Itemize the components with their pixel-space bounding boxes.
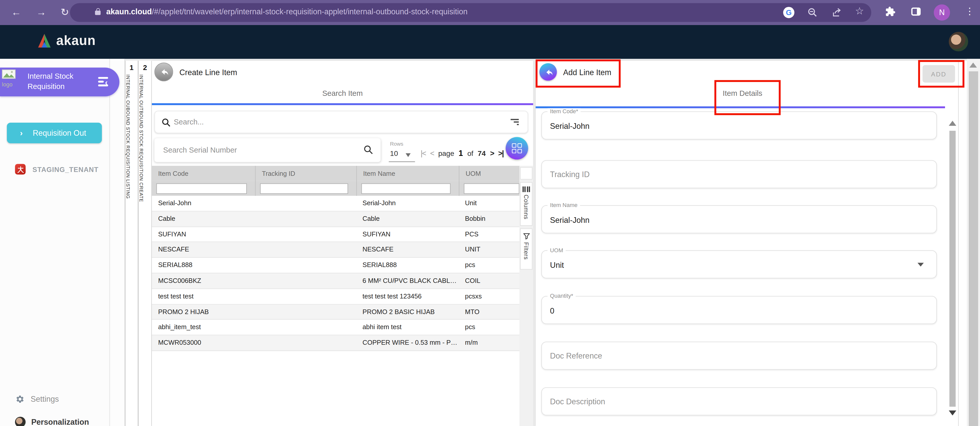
table-row[interactable]: test test testtest test test 123456pcsxs: [152, 289, 521, 305]
field-item-code[interactable]: Item Code* Serial-John: [541, 112, 937, 140]
column-filter-input[interactable]: [459, 181, 520, 196]
address-bar[interactable]: akaun.cloud/#/applet/tnt/wavelet/erp/int…: [70, 3, 871, 22]
column-filter-input[interactable]: [356, 181, 459, 196]
broken-image-icon: logo: [2, 70, 23, 88]
side-panel-icon[interactable]: [911, 7, 921, 16]
sidebar-item-personalization[interactable]: Personalization: [15, 417, 89, 426]
serial-placeholder: Search Serial Number: [163, 146, 237, 154]
chevron-right-icon: ›: [20, 128, 23, 138]
column-filter-input[interactable]: [152, 181, 255, 196]
table-row[interactable]: PROMO 2 HIJABPROMO 2 BASIC HIJABMTO: [152, 304, 521, 320]
item-table: Item Code Tracking ID Item Name UOM Seri…: [152, 166, 521, 351]
dropdown-caret-icon[interactable]: [406, 153, 411, 157]
serial-number-input[interactable]: Search Serial Number: [154, 138, 380, 162]
filters-label: Filters: [523, 242, 530, 260]
bookmark-star-icon[interactable]: ☆: [855, 5, 864, 17]
of-label: of: [468, 150, 473, 157]
akaun-logo-text: akaun: [56, 33, 96, 48]
form-scrollbar-thumb[interactable]: [949, 131, 956, 407]
field-tracking-id[interactable]: Tracking ID: [541, 160, 937, 188]
funnel-icon: [523, 233, 530, 240]
field-quantity[interactable]: Quantity* 0: [541, 296, 937, 324]
field-doc-description[interactable]: Doc Description: [541, 388, 937, 415]
tab-search-item[interactable]: Search Item: [152, 89, 533, 97]
search-input[interactable]: Search...: [154, 111, 528, 133]
url-text[interactable]: akaun.cloud/#/applet/tnt/wavelet/erp/int…: [106, 7, 468, 16]
last-page-button[interactable]: >|: [498, 149, 504, 158]
user-avatar[interactable]: [949, 32, 968, 51]
personalization-label: Personalization: [31, 418, 89, 426]
workspace-tab-1[interactable]: 1 INTERNAL OUBOUND STOCK REQUISITION LIS…: [125, 61, 138, 426]
table-row[interactable]: CableCableBobbin: [152, 211, 521, 227]
logo-placeholder-label: logo: [2, 82, 23, 88]
select-underline: [389, 161, 415, 162]
field-placeholder: Doc Description: [550, 397, 605, 406]
column-header[interactable]: Tracking ID: [255, 166, 356, 181]
next-page-button[interactable]: >: [490, 149, 494, 158]
table-row[interactable]: SUFIYANSUFIYANPCS: [152, 227, 521, 243]
table-row[interactable]: abhi_item_testabhi item testpcs: [152, 320, 521, 335]
table-row[interactable]: SERIAL888SERIAL888pcs: [152, 258, 521, 273]
column-filter-input[interactable]: [255, 181, 356, 196]
extensions-puzzle-icon[interactable]: [885, 6, 896, 17]
page-scrollbar-thumb[interactable]: [969, 71, 978, 426]
dropdown-caret-icon[interactable]: [918, 263, 924, 266]
back-arrow-icon: [159, 67, 169, 77]
table-row[interactable]: NESCAFENESCAFEUNIT: [152, 242, 521, 258]
browser-reload-icon[interactable]: ↻: [60, 6, 69, 19]
browser-toolbar: ← → ↻ akaun.cloud/#/applet/tnt/wavelet/e…: [0, 0, 980, 25]
browser-profile-avatar[interactable]: N: [934, 4, 950, 21]
tenant-row[interactable]: STAGING_TENANT: [15, 164, 99, 174]
scroll-up-icon[interactable]: [949, 121, 956, 126]
grid-view-button[interactable]: [506, 137, 528, 160]
screen: ← → ↻ akaun.cloud/#/applet/tnt/wavelet/e…: [0, 0, 980, 426]
field-doc-reference[interactable]: Doc Reference: [541, 341, 937, 370]
browser-menu-icon[interactable]: ⋮: [965, 6, 974, 17]
page-label: page: [438, 150, 454, 157]
applet-item-internal-stock-requisition[interactable]: logo Internal Stock Requisition ‹: [0, 67, 119, 96]
workspace-tab-2-number: 2: [139, 64, 151, 71]
field-label: UOM: [547, 247, 566, 253]
scroll-down-icon[interactable]: [949, 410, 956, 415]
field-item-name[interactable]: Item Name Serial-John: [541, 205, 937, 233]
center-panel-title: Create Line Item: [180, 68, 237, 77]
google-icon[interactable]: G: [783, 7, 794, 18]
sidebar-item-requisition-out[interactable]: › Requisition Out: [7, 123, 102, 144]
sidebar: STAGING_TENANT › Requisition Out Setting…: [0, 59, 110, 426]
lock-icon: [95, 11, 100, 15]
filter-list-icon[interactable]: [511, 119, 519, 126]
share-icon[interactable]: [831, 7, 842, 18]
grid-icon: [512, 143, 522, 153]
sidebar-item-settings[interactable]: Settings: [15, 394, 59, 404]
menu-collapse-icon[interactable]: ‹: [98, 77, 112, 87]
settings-label: Settings: [31, 395, 59, 404]
column-header[interactable]: Item Name: [356, 166, 459, 181]
tab-indicator: [152, 103, 533, 105]
akaun-triangle-icon: [36, 32, 52, 49]
back-button[interactable]: [154, 62, 173, 81]
field-label: Item Name: [547, 202, 580, 208]
side-tab-filters[interactable]: Filters: [520, 228, 533, 270]
rows-per-page-select[interactable]: 10: [390, 150, 398, 157]
zoom-out-icon[interactable]: [807, 7, 818, 18]
table-row[interactable]: Serial-JohnSerial-JohnUnit: [152, 196, 521, 211]
page-scrollbar[interactable]: [967, 59, 980, 426]
browser-forward-icon[interactable]: →: [36, 6, 46, 19]
akaun-logo: akaun: [36, 32, 96, 49]
browser-back-icon[interactable]: ←: [11, 6, 21, 19]
side-tab-columns[interactable]: Columns: [520, 182, 533, 226]
scroll-up-icon[interactable]: [969, 62, 977, 68]
requisition-out-label: Requisition Out: [33, 129, 86, 137]
field-value: Serial-John: [550, 122, 590, 131]
workspace-tab-2[interactable]: 2 INTERNAL OUTBOUND STOCK REQUISITION CR…: [138, 61, 152, 426]
total-pages: 74: [477, 150, 485, 157]
table-row[interactable]: MCWR053000COPPER WIRE - 0.53 mm - Pro...…: [152, 335, 521, 351]
field-uom[interactable]: UOM Unit: [541, 250, 937, 278]
personalization-avatar: [15, 417, 26, 426]
first-page-button[interactable]: |<: [421, 149, 426, 158]
column-header[interactable]: UOM: [459, 166, 520, 181]
side-tab-blank[interactable]: [520, 167, 533, 180]
column-header[interactable]: Item Code: [152, 166, 255, 181]
table-row[interactable]: MCSC006BKZ6 MM² CU/PVC BLACK CABLE 1...C…: [152, 273, 521, 289]
prev-page-button[interactable]: <: [430, 149, 434, 158]
